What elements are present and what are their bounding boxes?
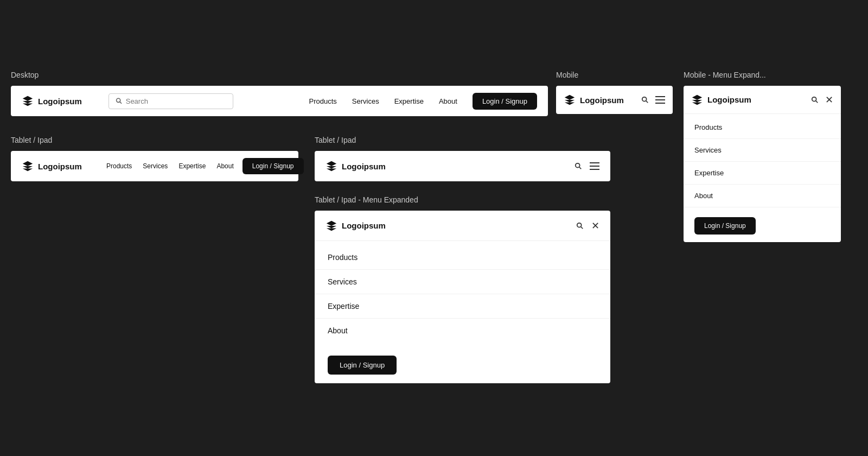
tablet-expanded-logo-text: Logoipsum [342,221,386,230]
mobile-icons [641,96,665,104]
tablet-right-navbar: Logoipsum [315,151,610,181]
mobile-expanded-close-button[interactable]: ✕ [825,94,833,106]
tablet-expanded-logo[interactable]: Logoipsum [326,220,401,232]
tablet-expanded-login-area: Login / Signup [315,347,610,383]
desktop-section: Desktop Logoipsum Products Services Expe… [11,71,548,116]
tablet-left-login-button[interactable]: Login / Signup [242,158,304,174]
mobile-hamburger-icon [655,96,665,104]
svg-line-9 [816,100,818,103]
logo-icon [22,95,34,107]
tablet-right-logo[interactable]: Logoipsum [326,160,401,172]
svg-point-0 [117,98,120,102]
mobile-menu-button[interactable] [655,96,665,104]
tablet-expanded-close-button[interactable]: ✕ [591,220,599,232]
mobile-search-button[interactable] [641,96,649,104]
mobile-menu-products[interactable]: Products [684,116,841,139]
tablet-right-label: Tablet / Ipad [315,136,610,144]
tablet-expanded-label: Tablet / Ipad - Menu Expanded [315,195,610,204]
mobile-expanded-search-button[interactable] [811,96,819,104]
mobile-expanded-header: Logoipsum ✕ [684,86,841,114]
tablet-left-navbar: Logoipsum Products Services Expertise Ab… [11,151,298,181]
tablet-left-logo-text: Logoipsum [38,162,82,171]
tablet-left-section: Tablet / Ipad Logoipsum Products Service… [11,136,298,181]
mobile-expanded-navbar: Logoipsum ✕ Products Services Expertise … [684,86,841,242]
svg-point-6 [642,97,647,102]
mobile-menu-expertise[interactable]: Expertise [684,162,841,185]
desktop-nav-links: Products Services Expertise About Login … [309,93,537,110]
desktop-navbar: Logoipsum Products Services Expertise Ab… [11,86,548,116]
tablet-menu-products[interactable]: Products [315,245,610,270]
mobile-menu-about[interactable]: About [684,185,841,207]
tablet-right-icons [575,162,599,170]
svg-point-2 [576,163,580,168]
mobile-search-icon [641,96,649,104]
desktop-logo-text: Logoipsum [38,97,82,106]
search-input[interactable] [126,97,226,105]
mobile-login-area: Login / Signup [684,210,841,242]
desktop-login-button[interactable]: Login / Signup [473,93,537,110]
tablet-expanded-header: Logoipsum ✕ [315,211,610,241]
mobile-expanded-menu: Products Services Expertise About [684,114,841,210]
tablet-expanded-logo-icon [326,220,337,232]
nav-expertise[interactable]: Expertise [394,97,424,105]
mobile-expanded-search-icon [811,96,819,104]
mobile-expanded-logo[interactable]: Logoipsum [691,94,767,106]
mobile-section: Mobile Logoipsum [556,71,673,114]
tablet-nav-services[interactable]: Services [143,162,168,170]
tablet-menu-services[interactable]: Services [315,270,610,294]
tablet-right-search-icon [575,162,582,170]
tablet-left-logo[interactable]: Logoipsum [22,160,98,172]
tablet-nav-products[interactable]: Products [106,162,132,170]
mobile-label: Mobile [556,71,673,79]
tablet-menu-about[interactable]: About [315,319,610,343]
mobile-expanded-login-button[interactable]: Login / Signup [694,217,756,235]
tablet-left-logo-icon [22,160,34,172]
close-icon: ✕ [591,220,599,232]
tablet-expanded-icons: ✕ [576,220,599,232]
mobile-close-icon: ✕ [825,94,833,106]
nav-products[interactable]: Products [309,97,337,105]
desktop-logo[interactable]: Logoipsum [22,95,98,107]
svg-line-1 [120,102,122,104]
tablet-right-logo-icon [326,160,337,172]
tablet-expanded-search-button[interactable] [576,222,584,230]
tablet-left-nav-links: Products Services Expertise About [106,162,234,170]
mobile-logo-text: Logoipsum [580,96,624,105]
hamburger-icon [590,162,599,170]
mobile-expanded-label: Mobile - Menu Expand... [684,71,841,79]
tablet-right-section: Tablet / Ipad Logoipsum [315,136,610,181]
svg-point-8 [812,97,816,101]
tablet-right-menu-button[interactable] [590,162,599,170]
tablet-expanded-section: Tablet / Ipad - Menu Expanded Logoipsum … [315,195,610,383]
svg-line-3 [579,167,582,169]
mobile-expanded-icons: ✕ [811,94,833,106]
tablet-right-search-button[interactable] [575,162,582,170]
desktop-search-box[interactable] [108,93,233,109]
tablet-expanded-menu: Products Services Expertise About [315,241,610,347]
mobile-expanded-section: Mobile - Menu Expand... Logoipsum ✕ [684,71,841,242]
mobile-logo-icon [564,94,576,106]
mobile-menu-services[interactable]: Services [684,139,841,162]
tablet-menu-expertise[interactable]: Expertise [315,294,610,319]
svg-point-4 [577,223,582,227]
tablet-expanded-navbar: Logoipsum ✕ Products Services Expertise … [315,211,610,383]
tablet-nav-expertise[interactable]: Expertise [178,162,206,170]
search-icon [116,97,123,105]
desktop-label: Desktop [11,71,548,79]
mobile-expanded-logo-icon [691,94,703,106]
tablet-right-logo-text: Logoipsum [342,162,386,171]
svg-line-5 [581,226,583,229]
mobile-navbar: Logoipsum [556,86,673,114]
svg-line-7 [646,101,648,103]
tablet-nav-about[interactable]: About [216,162,233,170]
mobile-expanded-logo-text: Logoipsum [707,95,751,104]
nav-about[interactable]: About [439,97,457,105]
tablet-expanded-login-button[interactable]: Login / Signup [328,356,397,375]
mobile-logo[interactable]: Logoipsum [564,94,640,106]
nav-services[interactable]: Services [352,97,379,105]
tablet-expanded-search-icon [576,222,584,230]
tablet-left-label: Tablet / Ipad [11,136,298,144]
